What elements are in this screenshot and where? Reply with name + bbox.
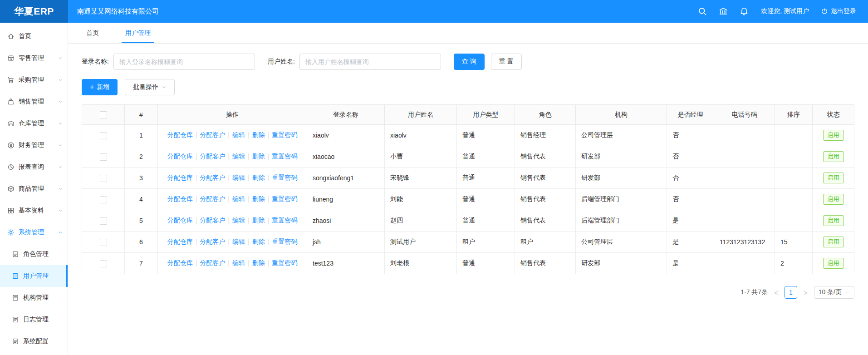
sidebar-item-label: 财务管理: [19, 141, 58, 149]
sidebar-item-log-mgmt[interactable]: 日志管理: [0, 309, 68, 330]
status-badge[interactable]: 启用: [823, 194, 844, 205]
action-assign-customer-link[interactable]: 分配客户: [200, 238, 225, 245]
sidebar-item-warehouse[interactable]: 仓库管理: [0, 113, 68, 134]
cell-login: liuneng: [307, 189, 385, 210]
add-button[interactable]: + 新增: [82, 79, 118, 95]
action-reset-password-link[interactable]: 重置密码: [272, 238, 297, 245]
action-assign-customer-link[interactable]: 分配客户: [200, 131, 225, 138]
action-edit-link[interactable]: 编辑: [232, 153, 245, 160]
action-edit-link[interactable]: 编辑: [232, 195, 245, 202]
status-badge[interactable]: 启用: [823, 215, 844, 226]
cell-sort: 15: [775, 232, 813, 253]
status-badge[interactable]: 启用: [823, 130, 844, 141]
row-checkbox[interactable]: [100, 132, 107, 139]
sidebar-item-finance[interactable]: 财务管理: [0, 134, 68, 156]
sidebar-item-purchase[interactable]: 采购管理: [0, 69, 68, 91]
sidebar-item-system-config[interactable]: 系统配置: [0, 330, 68, 352]
action-reset-password-link[interactable]: 重置密码: [272, 153, 297, 160]
action-assign-customer-link[interactable]: 分配客户: [200, 195, 225, 202]
retail-icon: [7, 54, 15, 62]
tab-user-management[interactable]: 用户管理: [122, 24, 154, 43]
action-assign-customer-link[interactable]: 分配客户: [200, 153, 225, 160]
action-assign-customer-link[interactable]: 分配客户: [200, 174, 225, 181]
action-reset-password-link[interactable]: 重置密码: [272, 259, 297, 266]
bank-icon[interactable]: [719, 7, 728, 16]
cell-manager: 是: [667, 253, 714, 274]
tab-home[interactable]: 首页: [83, 24, 103, 43]
sidebar-item-org-mgmt[interactable]: 机构管理: [0, 287, 68, 309]
status-badge[interactable]: 启用: [823, 258, 844, 269]
action-delete-link[interactable]: 删除: [252, 131, 265, 138]
user-name-input[interactable]: [299, 54, 441, 70]
action-assign-customer-link[interactable]: 分配客户: [200, 259, 225, 266]
action-separator: |: [248, 174, 250, 181]
status-badge[interactable]: 启用: [823, 237, 844, 247]
action-assign-warehouse-link[interactable]: 分配仓库: [167, 238, 193, 245]
action-assign-warehouse-link[interactable]: 分配仓库: [167, 195, 193, 202]
sidebar-item-report[interactable]: 报表查询: [0, 156, 68, 178]
sales-icon: [7, 98, 15, 105]
status-badge[interactable]: 启用: [823, 151, 844, 162]
batch-operations-button[interactable]: 批量操作: [125, 79, 175, 95]
row-checkbox[interactable]: [100, 153, 107, 161]
action-reset-password-link[interactable]: 重置密码: [272, 217, 297, 224]
action-assign-warehouse-link[interactable]: 分配仓库: [167, 131, 193, 138]
action-assign-warehouse-link[interactable]: 分配仓库: [167, 259, 193, 266]
action-edit-link[interactable]: 编辑: [232, 174, 245, 181]
logout-button[interactable]: 退出登录: [821, 7, 856, 15]
action-delete-link[interactable]: 删除: [252, 259, 265, 266]
sidebar-item-user-mgmt[interactable]: 用户管理: [0, 265, 68, 287]
cell-sort: [775, 146, 813, 168]
status-badge[interactable]: 启用: [823, 173, 844, 183]
action-edit-link[interactable]: 编辑: [232, 217, 245, 224]
sidebar-item-goods[interactable]: 商品管理: [0, 178, 68, 200]
filter-bar: 登录名称: 用户姓名: 查 询 重 置: [82, 54, 854, 70]
bell-icon[interactable]: [740, 7, 749, 16]
page-size-select[interactable]: 10 条/页: [814, 286, 854, 299]
table-row: 4分配仓库|分配客户|编辑|删除|重置密码liuneng刘能普通销售代表后端管理…: [82, 189, 854, 210]
row-checkbox[interactable]: [100, 196, 107, 203]
action-separator: |: [248, 217, 250, 224]
action-edit-link[interactable]: 编辑: [232, 259, 245, 266]
page-1-button[interactable]: 1: [785, 286, 797, 299]
action-separator: |: [248, 238, 250, 245]
cell-sort: 2: [775, 253, 813, 274]
row-checkbox[interactable]: [100, 175, 107, 182]
cell-login: xiaocao: [307, 146, 385, 168]
sidebar-item-basic-data[interactable]: 基本资料: [0, 200, 68, 222]
action-assign-customer-link[interactable]: 分配客户: [200, 217, 225, 224]
action-delete-link[interactable]: 删除: [252, 217, 265, 224]
next-page-button[interactable]: >: [803, 289, 809, 296]
sidebar-item-home[interactable]: 首页: [0, 25, 68, 47]
action-assign-warehouse-link[interactable]: 分配仓库: [167, 174, 193, 181]
sidebar-item-retail[interactable]: 零售管理: [0, 47, 68, 69]
action-assign-warehouse-link[interactable]: 分配仓库: [167, 153, 193, 160]
search-icon[interactable]: [698, 7, 707, 16]
sidebar-item-sales[interactable]: 销售管理: [0, 91, 68, 113]
action-edit-link[interactable]: 编辑: [232, 238, 245, 245]
action-reset-password-link[interactable]: 重置密码: [272, 174, 297, 181]
table-row: 3分配仓库|分配客户|编辑|删除|重置密码songxiaofeng1宋晓锋普通销…: [82, 168, 854, 189]
select-all-checkbox[interactable]: [100, 111, 107, 118]
action-delete-link[interactable]: 删除: [252, 195, 265, 202]
search-button[interactable]: 查 询: [454, 54, 485, 70]
sidebar-item-role-mgmt[interactable]: 角色管理: [0, 243, 68, 265]
sidebar-item-system[interactable]: 系统管理: [0, 222, 68, 243]
action-delete-link[interactable]: 删除: [252, 238, 265, 245]
row-checkbox[interactable]: [100, 260, 107, 267]
login-name-input[interactable]: [113, 54, 255, 70]
cell-org: 研发部: [576, 168, 667, 189]
action-delete-link[interactable]: 删除: [252, 153, 265, 160]
purchase-icon: [7, 76, 15, 84]
chevron-down-icon: [58, 121, 63, 126]
reset-button[interactable]: 重 置: [491, 54, 522, 70]
row-checkbox[interactable]: [100, 217, 107, 225]
action-edit-link[interactable]: 编辑: [232, 131, 245, 138]
action-reset-password-link[interactable]: 重置密码: [272, 195, 297, 202]
action-reset-password-link[interactable]: 重置密码: [272, 131, 297, 138]
action-separator: |: [248, 195, 250, 202]
action-delete-link[interactable]: 删除: [252, 174, 265, 181]
action-assign-warehouse-link[interactable]: 分配仓库: [167, 217, 193, 224]
row-checkbox[interactable]: [100, 239, 107, 246]
prev-page-button[interactable]: <: [773, 289, 779, 296]
